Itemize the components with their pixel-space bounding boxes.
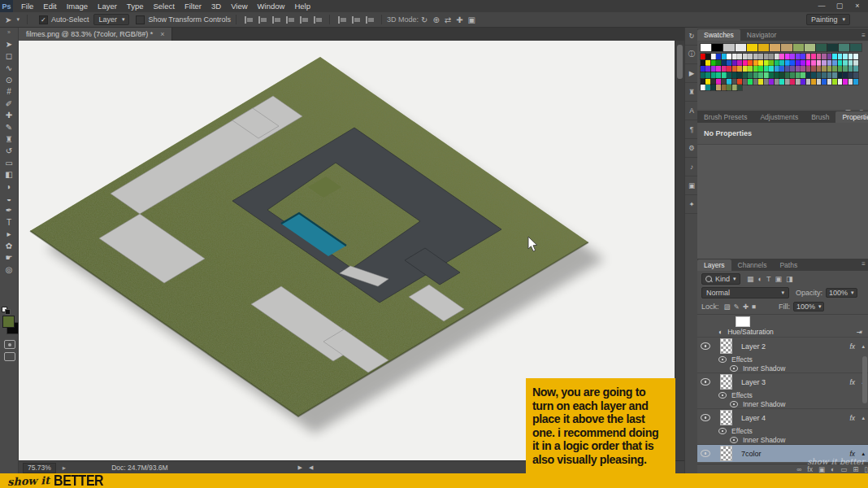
- swatch[interactable]: [737, 66, 742, 72]
- swatch[interactable]: [779, 66, 784, 72]
- type-tool[interactable]: T: [0, 216, 18, 229]
- lock-icon-1[interactable]: ✎: [734, 303, 740, 311]
- lock-icon-3[interactable]: ■: [752, 303, 756, 311]
- filter-icon-1[interactable]: ◐: [758, 275, 762, 283]
- swatch[interactable]: [727, 85, 731, 90]
- layer-comps-icon[interactable]: ▣: [685, 176, 698, 195]
- hand-tool[interactable]: ☛: [0, 252, 18, 264]
- swatch[interactable]: [843, 66, 848, 72]
- swatch[interactable]: [817, 79, 822, 85]
- notes-icon[interactable]: ♪: [685, 158, 698, 176]
- marquee-tool[interactable]: ◻: [0, 50, 18, 63]
- swatch[interactable]: [775, 60, 779, 66]
- swatch[interactable]: [716, 60, 721, 66]
- swatch[interactable]: [848, 79, 853, 85]
- swatch[interactable]: [769, 54, 774, 59]
- swatch[interactable]: [758, 60, 763, 66]
- fill-field[interactable]: 100% ▾: [793, 302, 825, 312]
- swatch[interactable]: [705, 60, 710, 66]
- layer-thumbnail[interactable]: [720, 446, 732, 461]
- auto-select-target-dropdown[interactable]: Layer ▾: [93, 14, 129, 25]
- tool-presets-icon[interactable]: ⚙: [685, 139, 698, 158]
- swatch[interactable]: [832, 54, 837, 59]
- swatch[interactable]: [838, 66, 843, 72]
- swatch[interactable]: [853, 66, 858, 72]
- 3d-mode-icon-4[interactable]: ▣: [468, 15, 475, 24]
- swatch[interactable]: [716, 54, 721, 59]
- screen-mode-button[interactable]: [4, 352, 15, 361]
- visibility-toggle-icon[interactable]: [718, 392, 727, 399]
- swatch[interactable]: [732, 72, 737, 78]
- filter-icon-2[interactable]: T: [766, 275, 771, 283]
- tab-channels[interactable]: Channels: [731, 259, 774, 271]
- swatch[interactable]: [711, 54, 716, 59]
- swatch[interactable]: [701, 79, 705, 85]
- swatch[interactable]: [827, 54, 832, 59]
- swatch[interactable]: [806, 60, 811, 66]
- swatch[interactable]: [832, 79, 837, 85]
- swatch[interactable]: [753, 79, 758, 85]
- swatch[interactable]: [748, 54, 753, 59]
- swatch[interactable]: [816, 44, 827, 51]
- align-center-h-icon[interactable]: [257, 15, 267, 24]
- swatch[interactable]: [806, 66, 811, 72]
- swatch[interactable]: [843, 54, 848, 59]
- swatch[interactable]: [705, 79, 710, 85]
- visibility-toggle-icon[interactable]: [730, 437, 738, 443]
- swatch[interactable]: [811, 66, 816, 72]
- swatch[interactable]: [737, 79, 742, 85]
- layer-mask-icon[interactable]: ▣: [818, 465, 825, 473]
- collapse-effects-icon[interactable]: ▴: [861, 451, 865, 457]
- inner-shadow-row[interactable]: Inner Shadow: [697, 364, 868, 373]
- menu-edit[interactable]: Edit: [38, 0, 61, 12]
- swatch[interactable]: [764, 79, 769, 85]
- swatch[interactable]: [701, 60, 705, 66]
- swatch[interactable]: [827, 60, 832, 66]
- new-layer-icon[interactable]: ⊞: [853, 465, 858, 473]
- tool-preset-dropdown-icon[interactable]: ▾: [16, 16, 20, 23]
- inner-shadow-row[interactable]: Inner Shadow: [697, 399, 868, 408]
- default-colors-icon[interactable]: [2, 307, 10, 314]
- visibility-toggle-icon[interactable]: [701, 342, 710, 350]
- distribute-center-icon[interactable]: [350, 15, 361, 24]
- dodge-tool[interactable]: ◒: [0, 193, 18, 205]
- swatch[interactable]: [806, 79, 811, 85]
- swatch[interactable]: [801, 60, 805, 66]
- swatch[interactable]: [747, 44, 757, 51]
- quick-mask-button[interactable]: [4, 340, 15, 349]
- swatch[interactable]: [764, 54, 769, 59]
- swatch[interactable]: [769, 60, 774, 66]
- layer-style-icon[interactable]: fx: [807, 465, 813, 473]
- clone-stamp-tool[interactable]: ♜: [0, 133, 18, 146]
- swatch[interactable]: [753, 60, 758, 66]
- swatch[interactable]: [817, 66, 822, 72]
- swatch[interactable]: [779, 54, 784, 59]
- opacity-field[interactable]: 100% ▾: [826, 288, 857, 298]
- swatch[interactable]: [805, 44, 815, 51]
- tab-brush-presets[interactable]: Brush Presets: [697, 111, 753, 123]
- swatch[interactable]: [817, 60, 822, 66]
- menu-window[interactable]: Window: [253, 0, 290, 12]
- swatch[interactable]: [811, 60, 816, 66]
- swatch[interactable]: [838, 72, 843, 78]
- swatch[interactable]: [839, 44, 849, 51]
- swatch[interactable]: [790, 60, 795, 66]
- link-icon[interactable]: ∞: [796, 465, 801, 473]
- swatch[interactable]: [701, 85, 705, 90]
- swatch[interactable]: [701, 44, 711, 51]
- adjustment-icon[interactable]: ◐: [831, 465, 835, 473]
- swatch[interactable]: [796, 66, 801, 72]
- tab-adjustments[interactable]: Adjustments: [753, 111, 805, 123]
- swatch[interactable]: [732, 66, 737, 72]
- show-transform-checkbox[interactable]: [136, 15, 145, 24]
- swatch[interactable]: [817, 54, 822, 59]
- distribute-left-icon[interactable]: [336, 15, 347, 24]
- align-bottom-icon[interactable]: [312, 15, 323, 24]
- healing-brush-tool[interactable]: ✚: [0, 110, 18, 122]
- visibility-toggle-icon[interactable]: [701, 450, 710, 457]
- swatch[interactable]: [848, 72, 853, 78]
- swatch[interactable]: [716, 72, 721, 78]
- character-icon[interactable]: A: [685, 102, 698, 120]
- visibility-toggle-icon[interactable]: [730, 365, 738, 372]
- swatch[interactable]: [775, 66, 779, 72]
